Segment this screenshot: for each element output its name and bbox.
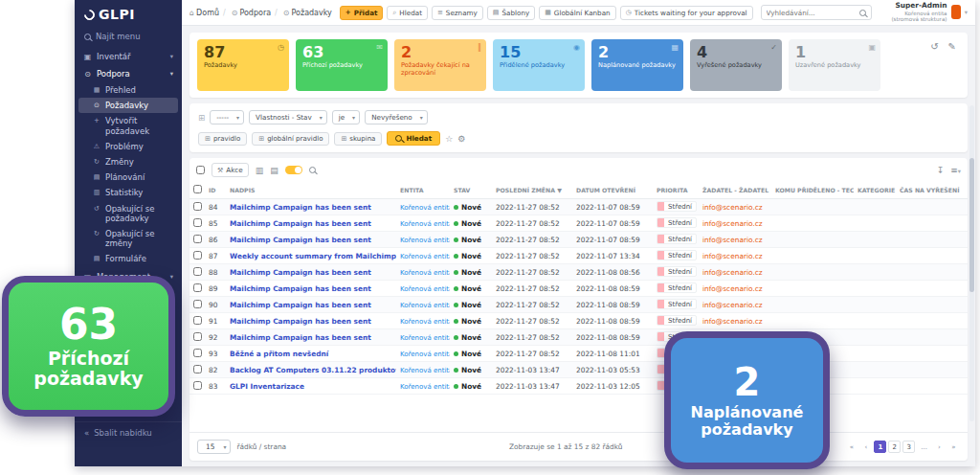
status-card[interactable]: ✉ 63 Příchozí požadavky	[296, 39, 388, 91]
row-checkbox[interactable]	[193, 300, 202, 308]
actions-button[interactable]: ⚒ Akce	[212, 163, 249, 177]
entity-link[interactable]: Kořenová entita	[400, 334, 450, 342]
add-criteria-button[interactable]: ⊞ skupina	[334, 132, 382, 146]
row-checkbox[interactable]	[193, 235, 202, 243]
user-menu[interactable]: Super-Admin Kořenová entita (stromová st…	[880, 2, 968, 22]
menu-icon[interactable]: ≡▾	[950, 166, 961, 175]
status-card[interactable]: ▦ 2 Naplánované požadavky	[591, 39, 683, 91]
criteria-dropdown[interactable]: Nevyřešeno	[365, 110, 428, 124]
row-checkbox[interactable]	[193, 251, 202, 260]
status-card[interactable]: ▣ 1 Uzavřené požadavky	[789, 39, 880, 91]
column-header[interactable]: ID	[205, 182, 226, 199]
requester-link[interactable]: info@scenario.cz	[702, 236, 763, 244]
add-criteria-button[interactable]: ⊞ pravidlo	[198, 132, 247, 146]
sidebar-subitem[interactable]: ⊙ Požadavky	[78, 98, 178, 113]
sidebar-subitem[interactable]: ▦ Přehled	[75, 82, 182, 98]
scrollbar[interactable]	[969, 105, 974, 421]
avatar[interactable]	[951, 5, 961, 19]
sidebar-subitem[interactable]: ▥ Statistiky	[75, 185, 182, 200]
breadcrumb-item[interactable]: ⊙ Požadavky	[271, 9, 332, 17]
topbar-button[interactable]: ⌕ Hledat	[387, 6, 428, 20]
requester-link[interactable]: info@scenario.cz	[702, 203, 763, 212]
search-icon[interactable]	[859, 10, 866, 16]
requester-link[interactable]: info@scenario.cz	[702, 252, 763, 260]
entity-link[interactable]: Kořenová entita	[400, 220, 450, 228]
criteria-dropdown[interactable]: -----	[210, 110, 244, 124]
row-checkbox[interactable]	[193, 365, 202, 373]
row-checkbox[interactable]	[193, 202, 202, 211]
add-ticket-button[interactable]: + Přidat	[340, 6, 384, 20]
sidebar-subitem[interactable]: ▤ Plánování	[75, 170, 182, 185]
column-header[interactable]: STAV	[450, 182, 492, 199]
scrollbar-thumb[interactable]	[969, 158, 974, 292]
sidebar-subitem[interactable]: ↻ Opakující se změny	[75, 226, 182, 251]
criteria-dropdown[interactable]: Vlastnosti - Stav	[249, 110, 327, 124]
column-header[interactable]: NADPIS	[226, 182, 396, 199]
row-checkbox[interactable]	[193, 283, 202, 292]
row-checkbox[interactable]	[193, 316, 202, 325]
ticket-title-link[interactable]: Mailchimp Campaign has been sent	[230, 203, 371, 212]
rows-icon[interactable]: ▤	[270, 166, 278, 175]
entity-link[interactable]: Kořenová entita	[400, 237, 450, 244]
bookmark-icon[interactable]: ☆	[445, 134, 453, 144]
ticket-title-link[interactable]: Backlog AT Computers 03.11.22 produktový	[230, 366, 396, 374]
filter-toggle[interactable]	[285, 166, 302, 174]
breadcrumb-item[interactable]: ⊙ Podpora	[219, 9, 271, 17]
entity-link[interactable]: Kořenová entita	[400, 367, 450, 374]
status-card[interactable]: ✓ 4 Vyřešené požadavky	[690, 39, 782, 91]
sidebar-item-inventar[interactable]: ▣ Inventář ▾	[75, 48, 182, 65]
history-icon[interactable]: ↺	[930, 41, 938, 52]
status-card[interactable]: ◷ 87 Požadavky	[197, 39, 289, 91]
column-header[interactable]: KOMU PŘIDĚLENO - TECHNIK	[771, 182, 854, 199]
requester-link[interactable]: info@scenario.cz	[702, 301, 763, 309]
select-all-checkbox[interactable]	[196, 166, 205, 174]
edit-icon[interactable]: ✎	[948, 41, 956, 52]
column-header[interactable]: ENTITA	[396, 182, 450, 199]
gear-icon[interactable]: ⚙	[457, 134, 465, 144]
column-header[interactable]: POSLEDNÍ ZMĚNA ▼	[492, 182, 572, 199]
export-icon[interactable]: ↧	[937, 166, 945, 175]
add-criteria-button[interactable]: ⊞ globální pravidlo	[252, 132, 329, 146]
row-checkbox[interactable]	[193, 267, 202, 276]
ticket-title-link[interactable]: Běžné a přitom nevšední	[230, 350, 328, 358]
row-checkbox[interactable]	[193, 349, 202, 357]
requester-link[interactable]: info@scenario.cz	[702, 219, 763, 228]
row-checkbox[interactable]	[193, 218, 202, 227]
collapse-menu-button[interactable]: « Sbalit nabídku	[75, 421, 182, 443]
requester-link[interactable]: info@scenario.cz	[702, 284, 763, 293]
ticket-title-link[interactable]: Mailchimp Campaign has been sent	[230, 268, 371, 277]
requester-link[interactable]: info@scenario.cz	[702, 268, 763, 277]
breadcrumb-item[interactable]: ⌂ Domů	[189, 9, 219, 17]
page-1-button[interactable]: 1	[874, 441, 886, 453]
entity-link[interactable]: Kořenová entita	[400, 204, 450, 212]
search-icon[interactable]	[309, 167, 316, 173]
ticket-title-link[interactable]: Mailchimp Campaign has been sent	[230, 333, 371, 342]
page-size-select[interactable]: 15	[197, 440, 231, 454]
row-checkbox[interactable]	[193, 381, 202, 390]
requester-link[interactable]: info@scenario.cz	[702, 317, 763, 326]
glpi-logo[interactable]: GLPI	[75, 0, 182, 27]
criteria-dropdown[interactable]: je	[332, 110, 360, 124]
column-header[interactable]: ČAS NA VYŘEŠENÍ	[896, 182, 968, 199]
page-3-button[interactable]: 3	[902, 441, 915, 453]
global-search-input[interactable]	[767, 9, 856, 17]
column-header[interactable]: ŽADATEL - ŽADATEL	[699, 182, 771, 199]
ticket-title-link[interactable]: Mailchimp Campaign has been sent	[230, 236, 371, 244]
prev-page-button[interactable]: ‹	[859, 441, 872, 453]
sidebar-subitem[interactable]: ↺ Opakující se požadavky	[75, 201, 182, 226]
ticket-title-link[interactable]: Weekly account summary from Mailchimp	[230, 252, 396, 260]
columns-icon[interactable]: ▥	[256, 166, 264, 175]
column-header[interactable]: DATUM OTEVŘENÍ	[572, 182, 653, 199]
sidebar-subitem[interactable]: + Vytvořit požadavek	[75, 113, 182, 138]
topbar-button[interactable]: ▦ Globální Kanban	[539, 6, 615, 20]
ticket-title-link[interactable]: Mailchimp Campaign has been sent	[230, 284, 371, 293]
entity-link[interactable]: Kořenová entita	[400, 302, 450, 309]
sidebar-subitem[interactable]: ↻ Změny	[75, 154, 182, 170]
status-card[interactable]: ‖ 2 Požadavky čekající na zpracování	[394, 39, 486, 91]
topbar-button[interactable]: ◷ Tickets waiting for your approval	[620, 6, 753, 20]
column-header[interactable]: PRIORITA	[653, 182, 699, 199]
header-checkbox[interactable]	[193, 185, 202, 193]
status-card[interactable]: ◉ 15 Přidělené požadavky	[493, 39, 585, 91]
next-page-button[interactable]: ›	[933, 441, 946, 453]
entity-link[interactable]: Kořenová entita	[400, 253, 450, 260]
